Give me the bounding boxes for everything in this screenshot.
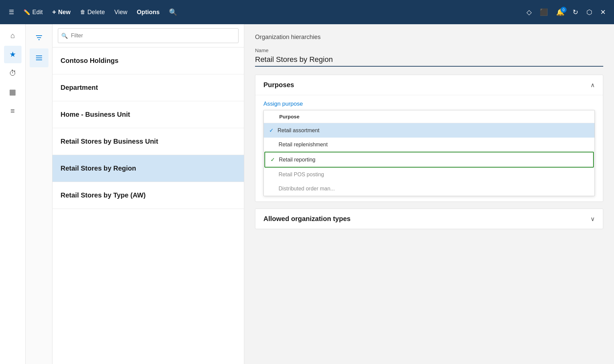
nav-panel — [26, 24, 52, 364]
title-bar: ☰ ✏️ Edit + New 🗑 Delete View Options 🔍 … — [0, 0, 614, 24]
delete-button[interactable]: 🗑 Delete — [77, 7, 108, 18]
sidebar-item-list[interactable]: ≡ — [4, 102, 22, 120]
purposes-title: Purposes — [263, 81, 294, 89]
list-view-button[interactable] — [30, 48, 48, 67]
sidebar-icons: ⌂ ★ ⏱ ▦ ≡ — [0, 24, 26, 364]
list-item[interactable]: Home - Business Unit — [52, 101, 244, 128]
close-icon[interactable]: ✕ — [598, 6, 609, 18]
detail-panel: Organization hierarchies Name Retail Sto… — [244, 24, 614, 364]
name-field-value: Retail Stores by Region — [255, 55, 603, 67]
dropdown-header: Purpose — [264, 110, 594, 123]
options-button[interactable]: Options — [133, 7, 163, 18]
list-search-area: 🔍 — [52, 24, 244, 47]
sidebar-item-favorites[interactable]: ★ — [4, 46, 22, 63]
new-button[interactable]: + New — [49, 6, 74, 18]
name-field-label: Name — [255, 47, 603, 53]
purposes-dropdown: Purpose ✓ Retail assortment Retail reple… — [263, 110, 595, 196]
search-button[interactable]: 🔍 — [166, 6, 181, 18]
list-item[interactable]: Retail Stores by Business Unit — [52, 128, 244, 155]
allowed-org-expand-icon[interactable]: ∨ — [590, 215, 595, 223]
allowed-org-card-header: Allowed organization types ∨ — [255, 209, 603, 229]
sidebar-item-home[interactable]: ⌂ — [4, 27, 22, 44]
purposes-card-body: Assign purpose Purpose ✓ Retail assortme… — [255, 95, 603, 202]
checkmark-green-icon: ✓ — [270, 156, 275, 163]
purpose-item-retail-reporting[interactable]: ✓ Retail reporting — [264, 152, 594, 168]
list-panel: 🔍 Contoso Holdings Department Home - Bus… — [52, 24, 244, 364]
search-input[interactable] — [58, 28, 239, 43]
dropdown-list: Purpose ✓ Retail assortment Retail reple… — [263, 110, 595, 196]
delete-icon: 🗑 — [80, 9, 85, 15]
assign-purpose-link[interactable]: Assign purpose — [263, 101, 303, 107]
edit-button[interactable]: ✏️ Edit — [20, 7, 46, 18]
notification-badge[interactable]: 🔔 0 — [553, 6, 567, 18]
purpose-item-retail-assortment[interactable]: ✓ Retail assortment — [264, 123, 594, 138]
purpose-item-retail-replenishment[interactable]: Retail replenishment — [264, 138, 594, 152]
purposes-card: Purposes ∧ Assign purpose Purpose — [255, 75, 603, 202]
purposes-card-header: Purposes ∧ — [255, 75, 603, 95]
allowed-org-card: Allowed organization types ∨ — [255, 209, 603, 229]
list-items: Contoso Holdings Department Home - Busin… — [52, 47, 244, 364]
purpose-item-retail-pos[interactable]: Retail POS posting — [264, 168, 594, 182]
diamond-icon[interactable]: ◇ — [524, 6, 534, 18]
sidebar-item-recent[interactable]: ⏱ — [4, 65, 22, 82]
plus-icon: + — [52, 8, 56, 16]
edit-icon: ✏️ — [24, 9, 30, 15]
list-item[interactable]: Contoso Holdings — [52, 47, 244, 74]
filter-button[interactable] — [30, 28, 48, 47]
hamburger-menu-button[interactable]: ☰ — [5, 6, 17, 18]
search-wrapper: 🔍 — [58, 28, 239, 43]
search-icon: 🔍 — [61, 33, 68, 39]
section-title: Organization hierarchies — [255, 34, 603, 41]
checkmark-icon: ✓ — [269, 127, 274, 134]
list-item[interactable]: Retail Stores by Type (AW) — [52, 182, 244, 209]
list-item-selected[interactable]: Retail Stores by Region — [52, 155, 244, 182]
view-button[interactable]: View — [111, 7, 131, 18]
allowed-org-title: Allowed organization types — [263, 215, 351, 223]
windows-icon[interactable]: ⬛ — [537, 6, 551, 18]
external-link-icon[interactable]: ⬡ — [584, 6, 595, 18]
main-layout: ⌂ ★ ⏱ ▦ ≡ 🔍 Contoso Holding — [0, 24, 614, 364]
list-item[interactable]: Department — [52, 74, 244, 101]
purpose-item-distributed-order[interactable]: Distributed order man... — [264, 182, 594, 196]
refresh-icon[interactable]: ↻ — [570, 6, 581, 18]
purposes-collapse-icon[interactable]: ∧ — [590, 81, 595, 89]
search-icon: 🔍 — [169, 8, 177, 16]
notification-count: 0 — [561, 7, 567, 13]
purpose-col-header: Purpose — [279, 114, 299, 119]
sidebar-item-calendar[interactable]: ▦ — [4, 83, 22, 101]
hamburger-icon: ☰ — [9, 8, 14, 16]
